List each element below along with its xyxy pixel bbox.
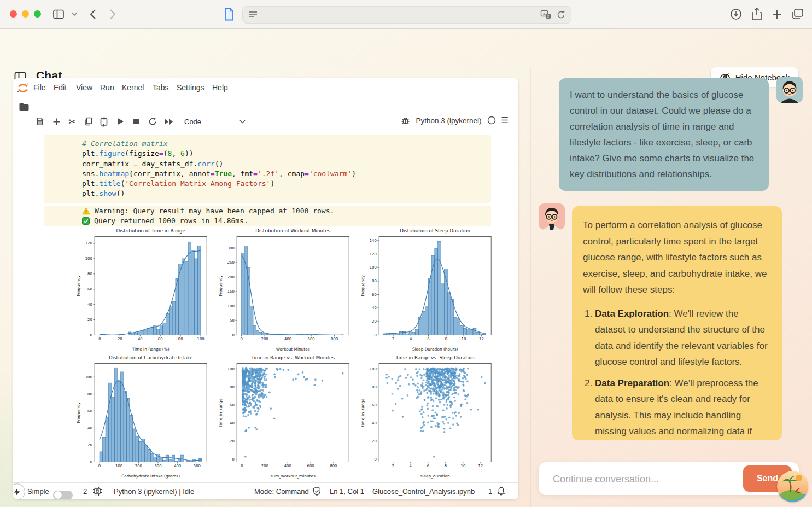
svg-text:80: 80 [178,337,183,341]
svg-text:200: 200 [261,337,268,341]
shield-check-icon[interactable] [312,486,322,496]
svg-text:40: 40 [230,421,235,426]
menu-view[interactable]: View [76,83,92,92]
chart-carbohydrate-intake-histogram: 0100200300400500020406080100Distribution… [74,353,211,479]
svg-text:6: 6 [427,464,429,468]
chart-workout-minutes-histogram: 0200400600800050100150200250300Distribut… [217,226,353,352]
svg-text:600: 600 [308,337,315,341]
cut-icon[interactable]: ✂ [66,115,78,127]
notebook-toolbar: ✂ Code [13,113,518,130]
copy-icon[interactable] [82,115,94,127]
forward-icon[interactable] [109,9,116,20]
svg-text:12: 12 [478,464,483,468]
kernel-status-text[interactable]: Python 3 (ipykernel) | Idle [114,483,194,499]
svg-text:80: 80 [87,272,92,276]
svg-text:Frequency: Frequency [76,275,81,296]
simple-mode-toggle[interactable] [53,491,73,500]
add-cell-icon[interactable] [50,115,62,127]
svg-text:Distribution of Sleep Duration: Distribution of Sleep Duration [400,228,470,234]
close-window-button[interactable] [10,10,17,18]
run-icon[interactable] [114,115,126,127]
chevron-down-icon[interactable] [71,12,78,16]
menu-file[interactable]: File [33,83,46,92]
svg-text:60: 60 [372,293,377,297]
bell-icon[interactable] [496,486,506,496]
svg-text:0: 0 [90,460,92,464]
svg-text:20: 20 [372,439,377,444]
folder-icon[interactable] [19,102,30,112]
svg-text:200: 200 [227,275,235,279]
bolt-icon [14,488,20,496]
cell-type-dropdown[interactable]: Code [182,115,248,128]
kernel-count: 2 [83,483,87,499]
quick-actions-button[interactable] [13,483,25,499]
document-icon[interactable] [223,7,235,21]
code-cell[interactable]: # Correlation matrixplt.figure(figsize=(… [44,135,491,203]
minimize-window-button[interactable] [22,10,29,18]
svg-text:100: 100 [115,464,122,468]
svg-text:100: 100 [370,265,377,270]
warning-icon [82,207,90,215]
clipped-cell-fragment: ) [101,124,106,129]
kernel-status-icon[interactable] [487,116,496,125]
menu-settings[interactable]: Settings [177,83,205,92]
svg-text:0: 0 [98,464,101,468]
run-all-icon[interactable] [162,115,174,127]
menu-edit[interactable]: Edit [54,83,67,92]
svg-text:2: 2 [392,464,394,468]
debugger-bug-icon[interactable] [401,116,410,125]
notebook-statusbar: Simple 2 Python 3 (ipykernel) | Idle Mod… [13,482,518,499]
stop-icon[interactable] [130,115,142,127]
toolbar-menu-icon[interactable]: ☰ [501,115,509,125]
svg-text:Time in Range vs. Sleep Durati: Time in Range vs. Sleep Duration [395,355,474,360]
user-message-bubble: I want to understand the basics of gluco… [559,78,769,191]
svg-text:100: 100 [197,337,205,341]
svg-text:60: 60 [87,287,92,292]
restart-kernel-icon[interactable] [147,115,159,127]
svg-text:4: 4 [410,337,412,341]
notebook-panel: File Edit View Run Kernel Tabs Settings … [13,78,518,499]
chat-input-field[interactable] [552,462,729,496]
menu-help[interactable]: Help [212,83,228,92]
sidebar-icon[interactable] [52,8,65,20]
svg-text:60: 60 [230,403,235,407]
back-icon[interactable] [89,9,97,20]
reader-icon[interactable] [248,10,258,19]
cursor-position[interactable]: Ln 1, Col 1 [330,483,364,499]
cell-output-messages: Warning: Query result may have been capp… [44,206,491,226]
svg-text:800: 800 [330,464,337,468]
save-icon[interactable] [34,115,46,127]
menu-run[interactable]: Run [100,83,114,92]
svg-text:Distribution of Workout Minute: Distribution of Workout Minutes [255,228,330,234]
kernel-name[interactable]: Python 3 (ipykernel) [416,116,481,125]
svg-text:400: 400 [284,464,291,468]
panel-divider [530,68,531,507]
menu-tabs[interactable]: Tabs [153,83,169,92]
svg-text:4: 4 [410,464,412,468]
svg-text:Distribution of Carbohydrate I: Distribution of Carbohydrate Intake [109,355,192,360]
svg-text:120: 120 [370,252,377,257]
chevron-down-icon [239,120,246,124]
mode-indicator[interactable]: Mode: Command [254,483,309,499]
svg-text:0: 0 [374,457,376,462]
zoom-window-button[interactable] [34,10,41,18]
svg-text:sleep_duration: sleep_duration [420,474,451,479]
notebook-filename[interactable]: Glucose_Control_Analysis.ipynb [372,483,475,499]
svg-text:Frequency: Frequency [218,275,223,296]
success-icon [82,217,90,225]
island-avatar [777,471,808,502]
svg-text:80: 80 [230,385,235,389]
svg-text:60: 60 [372,403,377,407]
svg-text:12: 12 [479,337,484,341]
chart-tir-vs-sleep-scatter: 24681012020406080100Time in Range vs. Sl… [359,353,495,479]
svg-text:Frequency: Frequency [76,402,81,423]
url-bar[interactable]: A 文 [242,6,571,24]
assistant-avatar-face [539,203,565,230]
svg-text:600: 600 [307,464,314,468]
svg-text:400: 400 [174,464,181,468]
menu-kernel[interactable]: Kernel [122,83,144,92]
svg-text:40: 40 [372,421,377,426]
svg-text:Distribution of Time in Range: Distribution of Time in Range [116,228,185,234]
cpu-icon[interactable] [92,486,102,496]
svg-text:40: 40 [87,302,92,307]
